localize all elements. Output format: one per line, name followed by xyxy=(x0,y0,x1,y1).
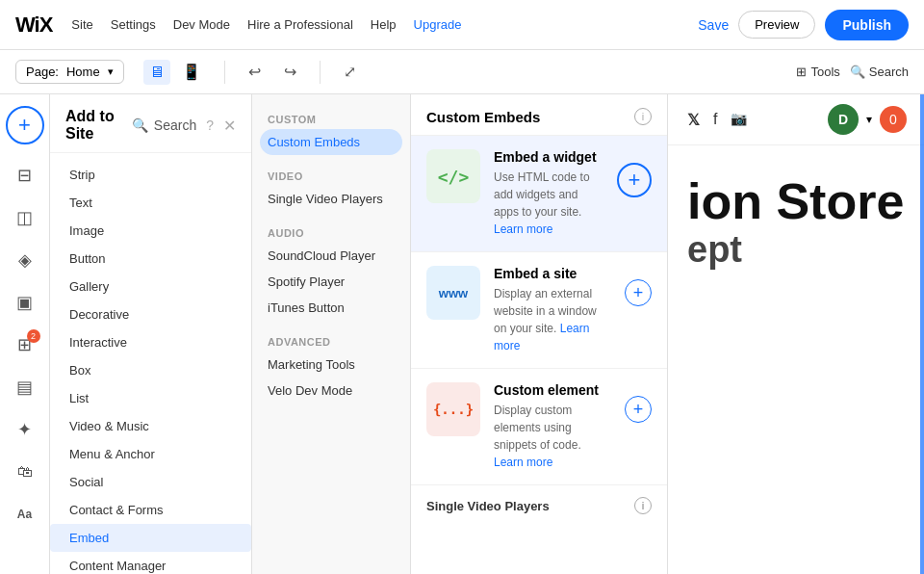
hero-text-sub: ept xyxy=(687,229,907,271)
nav-hire[interactable]: Hire a Professional xyxy=(247,17,353,32)
redo-button[interactable]: ↪ xyxy=(278,59,302,85)
panel-item-box[interactable]: Box xyxy=(50,356,251,384)
embed-custom-desc: Display custom elements using snippets o… xyxy=(494,402,611,471)
sidebar-blog[interactable]: ▤ xyxy=(6,368,44,406)
sub-panel: CUSTOM Custom Embeds VIDEO Single Video … xyxy=(252,94,411,574)
media-icon: ▣ xyxy=(16,292,33,313)
publish-button[interactable]: Publish xyxy=(825,10,909,40)
desktop-view-button[interactable]: 🖥 xyxy=(143,60,170,85)
embed-widget-title: Embed a widget xyxy=(494,149,603,165)
toolbar-divider-1 xyxy=(224,61,225,84)
sub-section-video: VIDEO xyxy=(252,163,410,186)
sub-item-single-video[interactable]: Single Video Players xyxy=(252,186,410,212)
panel-item-text[interactable]: Text xyxy=(50,189,251,217)
embed-custom-content: Custom element Display custom elements u… xyxy=(494,382,611,471)
canvas-right-border xyxy=(920,94,924,574)
embed-widget-card[interactable]: </> Embed a widget Use HTML code to add … xyxy=(411,136,667,252)
section-title-label: Single Video Players xyxy=(426,499,550,513)
side-toolbar: + ⊟ ◫ ◈ ▣ ⊞ 2 ▤ ✦ 🛍 Aa xyxy=(0,94,50,574)
plus-icon: + xyxy=(633,283,644,303)
save-button[interactable]: Save xyxy=(698,17,729,33)
nav-devmode[interactable]: Dev Mode xyxy=(173,17,230,32)
page-selector[interactable]: Page: Home ▾ xyxy=(15,60,124,84)
sub-item-custom-embeds[interactable]: Custom Embeds xyxy=(260,129,402,155)
plus-icon: + xyxy=(629,168,641,193)
canvas-user-area: D ▾ 0 xyxy=(828,104,907,135)
sidebar-pages[interactable]: ⊟ xyxy=(6,156,44,195)
section-info-icon[interactable]: i xyxy=(634,497,652,514)
panel-search-button[interactable]: 🔍 Search xyxy=(132,117,196,133)
nav-help[interactable]: Help xyxy=(371,17,397,32)
panel-item-image[interactable]: Image xyxy=(50,217,251,245)
embed-site-card[interactable]: www Embed a site Display an external web… xyxy=(411,252,667,369)
nav-site[interactable]: Site xyxy=(71,17,92,32)
close-icon[interactable]: ✕ xyxy=(223,117,236,135)
embed-widget-learn-more[interactable]: Learn more xyxy=(494,222,552,236)
panel-item-gallery[interactable]: Gallery xyxy=(50,273,251,300)
panel-item-strip[interactable]: Strip xyxy=(50,161,251,189)
site-icon: www xyxy=(426,266,480,320)
panel-item-menu-anchor[interactable]: Menu & Anchor xyxy=(50,440,251,468)
embed-custom-title: Custom element xyxy=(494,382,611,398)
sub-item-soundcloud[interactable]: SoundCloud Player xyxy=(252,243,410,269)
zoom-button[interactable]: ⤢ xyxy=(338,59,362,85)
sidebar-media[interactable]: ▣ xyxy=(6,283,44,322)
add-panel-actions: 🔍 Search ? ✕ xyxy=(132,117,236,135)
sub-section-audio: AUDIO xyxy=(252,220,410,243)
add-button[interactable]: + xyxy=(6,106,44,144)
sidebar-theme[interactable]: ◈ xyxy=(6,241,44,279)
sidebar-store[interactable]: 🛍 xyxy=(6,453,44,491)
widget-icon: </> xyxy=(426,149,480,203)
sub-section-advanced: ADVANCED xyxy=(252,328,410,352)
sub-item-marketing[interactable]: Marketing Tools xyxy=(252,352,410,378)
embed-site-add-button[interactable]: + xyxy=(625,279,652,306)
facebook-icon: f xyxy=(713,111,717,129)
search-top-button[interactable]: 🔍 Search xyxy=(850,65,909,79)
sidebar-apps[interactable]: ⊞ 2 xyxy=(6,326,44,364)
embed-custom-add-button[interactable]: + xyxy=(625,396,652,423)
instagram-icon: 📷 xyxy=(731,111,747,129)
embed-custom-learn-more[interactable]: Learn more xyxy=(494,456,552,469)
undo-button[interactable]: ↩ xyxy=(243,59,267,85)
add-panel: Add to Site 🔍 Search ? ✕ Strip Text Imag… xyxy=(50,94,252,574)
tools-button[interactable]: ⊞ Tools xyxy=(796,65,839,79)
embed-widget-add-button[interactable]: + xyxy=(617,163,652,197)
add-panel-header: Add to Site 🔍 Search ? ✕ xyxy=(50,94,251,153)
mobile-view-button[interactable]: 📱 xyxy=(176,59,207,85)
content-header: Custom Embeds i xyxy=(411,94,667,136)
panel-item-contact-forms[interactable]: Contact & Forms xyxy=(50,496,251,524)
tools-icon: ⊞ xyxy=(796,65,807,79)
plus-icon: + xyxy=(633,400,644,420)
panel-item-content-manager[interactable]: Content Manager xyxy=(50,552,251,574)
sidebar-accessibility[interactable]: Aa xyxy=(6,495,44,534)
user-avatar: D xyxy=(828,104,859,135)
editor-toolbar: Page: Home ▾ 🖥 📱 ↩ ↪ ⤢ ⊞ Tools 🔍 Search xyxy=(0,50,924,94)
panel-item-social[interactable]: Social xyxy=(50,468,251,496)
sidebar-art[interactable]: ✦ xyxy=(6,410,44,449)
panel-item-embed[interactable]: Embed xyxy=(50,524,251,552)
preview-button[interactable]: Preview xyxy=(738,11,815,39)
info-icon[interactable]: i xyxy=(634,108,652,125)
embed-custom-card[interactable]: {...} Custom element Display custom elem… xyxy=(411,369,667,485)
panel-item-decorative[interactable]: Decorative xyxy=(50,300,251,328)
toolbar-right: ⊞ Tools 🔍 Search xyxy=(796,65,909,79)
nav-settings[interactable]: Settings xyxy=(111,17,156,32)
panel-item-interactive[interactable]: Interactive xyxy=(50,328,251,356)
device-icons: 🖥 📱 xyxy=(143,59,207,85)
search-icon: 🔍 xyxy=(132,117,148,133)
wix-logo: WiX xyxy=(15,13,52,38)
section-title-video: Single Video Players i xyxy=(411,485,667,520)
help-icon[interactable]: ? xyxy=(206,117,214,133)
sub-item-velo[interactable]: Velo Dev Mode xyxy=(252,378,410,404)
panel-item-button[interactable]: Button xyxy=(50,245,251,273)
panel-item-video-music[interactable]: Video & Music xyxy=(50,412,251,440)
sidebar-elements[interactable]: ◫ xyxy=(6,198,44,237)
panel-item-list[interactable]: List xyxy=(50,384,251,412)
sub-item-itunes[interactable]: iTunes Button xyxy=(252,295,410,321)
search-label: Search xyxy=(869,65,909,79)
sub-item-spotify[interactable]: Spotify Player xyxy=(252,269,410,295)
embed-site-content: Embed a site Display an external website… xyxy=(494,266,611,354)
nav-right: Save Preview Publish xyxy=(698,10,909,40)
nav-upgrade[interactable]: Upgrade xyxy=(414,17,462,32)
content-panel: Custom Embeds i </> Embed a widget Use H… xyxy=(411,94,668,574)
